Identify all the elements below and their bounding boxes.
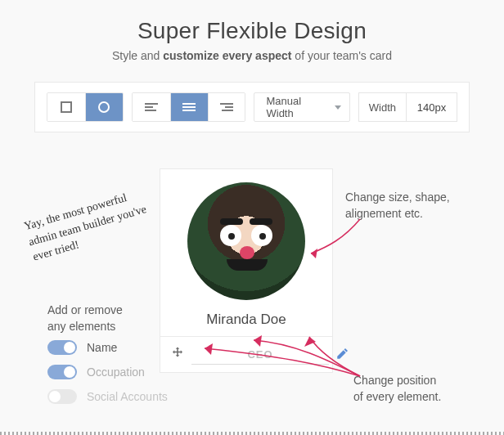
square-icon <box>61 101 72 113</box>
toggle-row-social: Social Accounts <box>47 389 168 404</box>
width-label: Width <box>359 101 406 114</box>
style-toolbar: Manual Width Width <box>34 82 470 132</box>
toggle-name[interactable] <box>47 340 77 355</box>
align-center-button[interactable] <box>170 93 208 121</box>
annotation-handwritten: Yay, the most powerful admin team builde… <box>22 182 165 265</box>
toggle-name-label: Name <box>87 341 117 354</box>
arrows-to-editor <box>229 286 409 392</box>
arrow-to-avatar <box>319 214 376 271</box>
shape-group <box>47 92 124 122</box>
move-icon[interactable] <box>170 346 185 364</box>
avatar-image[interactable] <box>187 182 305 300</box>
align-left-button[interactable] <box>133 93 170 121</box>
width-mode-dropdown[interactable]: Manual Width <box>254 92 349 122</box>
width-input[interactable] <box>406 93 457 121</box>
align-group <box>132 92 246 122</box>
toggle-occupation[interactable] <box>47 365 77 379</box>
page-title: Super Flexible Design <box>0 18 504 44</box>
toggle-social-label: Social Accounts <box>87 390 168 403</box>
toggle-row-name: Name <box>47 340 168 355</box>
chevron-down-icon <box>335 105 341 110</box>
svg-marker-1 <box>254 335 262 347</box>
toggle-social[interactable] <box>47 389 77 404</box>
dropdown-label: Manual Width <box>266 95 327 119</box>
align-left-icon <box>145 101 158 113</box>
bottom-border <box>0 432 504 435</box>
align-right-icon <box>220 101 233 113</box>
shape-circle-button[interactable] <box>85 93 123 121</box>
toggle-list: Name Occupation Social Accounts <box>47 340 168 414</box>
width-field-group: Width <box>358 92 457 122</box>
shape-square-button[interactable] <box>47 93 85 121</box>
circle-icon <box>98 101 110 113</box>
align-right-button[interactable] <box>208 93 245 121</box>
svg-marker-3 <box>304 337 316 347</box>
toggle-occupation-label: Occupation <box>87 365 145 379</box>
annotation-add-remove-l1: Add or remove <box>47 303 123 319</box>
align-center-icon <box>182 101 196 113</box>
subtitle-pre: Style and <box>112 49 163 62</box>
page-subtitle: Style and customize every aspect of your… <box>0 49 504 62</box>
annotation-add-remove-l2: any elements <box>47 319 123 335</box>
subtitle-bold: customize every aspect <box>163 49 291 62</box>
toggle-row-occupation: Occupation <box>47 365 168 379</box>
annotation-add-remove: Add or remove any elements <box>47 303 123 334</box>
subtitle-post: of your team's card <box>291 49 392 62</box>
